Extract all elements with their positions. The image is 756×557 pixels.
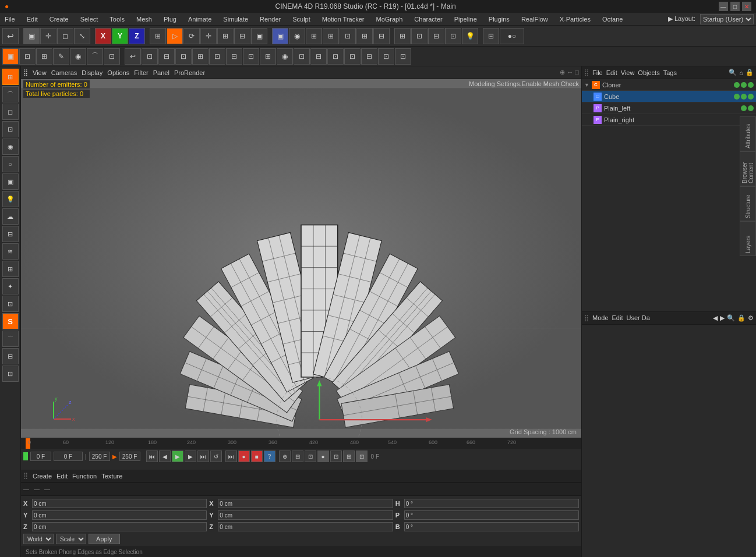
- record-dot[interactable]: ●: [238, 450, 250, 462]
- om-tags[interactable]: Tags: [663, 69, 677, 76]
- loop-btn[interactable]: ↺: [210, 450, 222, 462]
- snap-btn16[interactable]: ⊡: [378, 48, 394, 65]
- snap-btn15[interactable]: ⊟: [361, 48, 377, 65]
- size-y-input[interactable]: [218, 510, 393, 520]
- menu-pipeline[interactable]: Pipeline: [452, 15, 479, 24]
- timeline-ruler[interactable]: 0 60 120 180 240 300 360 420 480 540 600…: [21, 438, 581, 449]
- sidebar-spline-btn[interactable]: ⌒: [2, 86, 19, 102]
- vp-options-menu[interactable]: Options: [107, 69, 129, 76]
- key-btn1[interactable]: ⊕: [279, 450, 291, 462]
- edge-mode-btn[interactable]: ⊡: [19, 48, 36, 65]
- ed-btn3[interactable]: ⊟: [428, 28, 444, 44]
- menu-character[interactable]: Character: [412, 15, 444, 24]
- pos-y-input[interactable]: [32, 510, 207, 520]
- x-axis-btn[interactable]: X: [95, 28, 111, 44]
- close-btn[interactable]: ✕: [742, 2, 751, 11]
- sidebar-null-btn[interactable]: ○: [2, 156, 19, 172]
- move-btn[interactable]: ✛: [40, 28, 56, 44]
- ed-btn5[interactable]: 💡: [462, 28, 478, 44]
- ed-btn4[interactable]: ⊡: [445, 28, 461, 44]
- menu-animate[interactable]: Animate: [186, 15, 214, 24]
- plain-left-check2[interactable]: [748, 105, 754, 111]
- mat-edit[interactable]: Edit: [56, 473, 68, 480]
- cloner-check1[interactable]: [734, 82, 740, 88]
- snap-btn13[interactable]: ⊡: [327, 48, 344, 65]
- viewport-main[interactable]: Number of emitters: 0 Total live particl…: [21, 79, 581, 438]
- obj-btn3[interactable]: ⟳: [183, 28, 200, 44]
- sidebar-floor-btn[interactable]: ⊟: [2, 348, 19, 364]
- obj-cube[interactable]: □ Cube: [582, 91, 756, 102]
- attr-userda[interactable]: User Da: [627, 314, 650, 321]
- om-objects[interactable]: Objects: [638, 69, 659, 76]
- ed-btn2[interactable]: ⊡: [411, 28, 428, 44]
- snap-btn9[interactable]: ⊞: [260, 48, 276, 65]
- layers-tab[interactable]: Layers: [740, 221, 756, 256]
- window-controls[interactable]: — □ ✕: [719, 2, 751, 11]
- snap-btn7[interactable]: ⊟: [226, 48, 242, 65]
- attr-search-icon[interactable]: 🔍: [727, 314, 735, 322]
- menu-sculpt[interactable]: Sculpt: [290, 15, 313, 24]
- snap-btn3[interactable]: ⊟: [158, 48, 175, 65]
- layout-selector[interactable]: ▶ Layout: Startup (User): [666, 14, 754, 24]
- snap-btn2[interactable]: ⊡: [142, 48, 158, 65]
- render-btn4[interactable]: ⊞: [323, 28, 339, 44]
- snap-btn10[interactable]: ◉: [277, 48, 293, 65]
- spline-mode-btn[interactable]: ⌒: [87, 48, 103, 65]
- cloner-collapse[interactable]: ▼: [584, 82, 589, 88]
- rotate-group-btn[interactable]: ◻: [57, 28, 73, 44]
- menu-render[interactable]: Render: [257, 15, 283, 24]
- sidebar-cam-btn[interactable]: ▣: [2, 173, 19, 190]
- search-icon[interactable]: 🔍: [729, 69, 737, 76]
- vp-view-menu[interactable]: View: [33, 69, 47, 76]
- obj-plain-left[interactable]: P Plain_left: [582, 102, 756, 114]
- attr-lock-icon[interactable]: 🔒: [737, 314, 746, 322]
- snap-btn8[interactable]: ⊡: [243, 48, 259, 65]
- attr-edit[interactable]: Edit: [612, 314, 623, 321]
- snap-btn14[interactable]: ⊡: [344, 48, 361, 65]
- undo-btn[interactable]: ↩: [2, 28, 19, 44]
- menu-simulate[interactable]: Simulate: [221, 15, 250, 24]
- rot-b-input[interactable]: [404, 522, 579, 531]
- menu-file[interactable]: File: [2, 15, 17, 24]
- obj-btn1[interactable]: ⊞: [150, 28, 166, 44]
- sidebar-light-btn[interactable]: 💡: [2, 191, 19, 207]
- content-browser-tab[interactable]: Content Browser: [740, 151, 756, 186]
- render-btn6[interactable]: ⊞: [356, 28, 373, 44]
- texture-btn[interactable]: ⊡: [104, 48, 120, 65]
- key-btn4[interactable]: ●: [317, 450, 329, 462]
- attr-settings-icon[interactable]: ⚙: [748, 314, 754, 322]
- mat-function[interactable]: Function: [72, 473, 97, 480]
- sculpt-btn[interactable]: ◉: [70, 48, 86, 65]
- ed-btn1[interactable]: ⊞: [394, 28, 411, 44]
- render-region-btn[interactable]: ⊟: [483, 28, 499, 44]
- menu-create[interactable]: Create: [47, 15, 71, 24]
- render-btn2[interactable]: ◉: [289, 28, 305, 44]
- pos-z-input[interactable]: [32, 522, 207, 531]
- om-view[interactable]: View: [621, 69, 635, 76]
- cube-check3[interactable]: [748, 94, 754, 100]
- menu-mograph[interactable]: MoGraph: [374, 15, 405, 24]
- apply-button[interactable]: Apply: [89, 534, 120, 544]
- home-icon[interactable]: ⌂: [739, 69, 743, 76]
- sidebar-morph-btn[interactable]: ⊡: [2, 296, 19, 312]
- goto-start-btn[interactable]: ⏮: [146, 450, 158, 462]
- rot-h-input[interactable]: [404, 499, 579, 508]
- scale-btn[interactable]: ⤡: [74, 28, 90, 44]
- attributes-tab[interactable]: Attributes: [740, 116, 756, 151]
- snap-btn6[interactable]: ⊡: [209, 48, 225, 65]
- key-btn3[interactable]: ⊡: [305, 450, 316, 462]
- menu-select[interactable]: Select: [78, 15, 101, 24]
- menu-plug[interactable]: Plug: [161, 15, 179, 24]
- obj-btn5[interactable]: ⊞: [217, 28, 234, 44]
- frame-arrow[interactable]: ▶: [112, 453, 117, 460]
- render-btn1[interactable]: ▣: [272, 28, 288, 44]
- y-axis-btn[interactable]: Y: [112, 28, 128, 44]
- world-dropdown[interactable]: World: [23, 534, 54, 544]
- obj-plain-right[interactable]: P Plain_right: [582, 114, 756, 126]
- plain-left-check1[interactable]: [741, 105, 747, 111]
- viewport-3d-scene[interactable]: [21, 79, 581, 438]
- snap-btn17[interactable]: ⊡: [395, 48, 411, 65]
- menu-plugins[interactable]: Plugins: [486, 15, 512, 24]
- play-btn[interactable]: ▶: [172, 450, 183, 462]
- paint-btn[interactable]: ✎: [53, 48, 69, 65]
